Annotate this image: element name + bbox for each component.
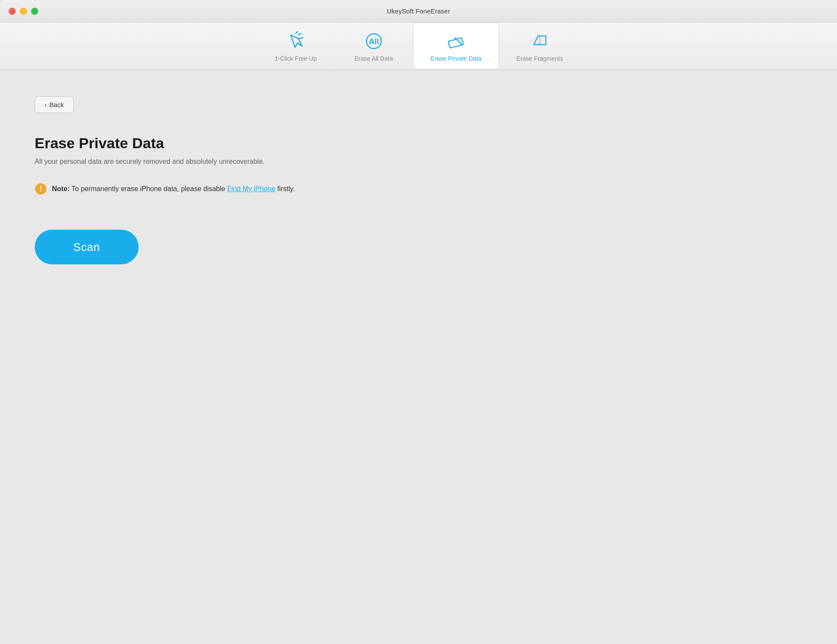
main-content: ‹ Back Erase Private Data All your perso… [0,70,837,644]
app-window: UkeySoft FoneEraser 1-Click Free Up [0,0,837,644]
note-prefix: Note: [52,185,70,192]
back-label: Back [49,101,64,108]
note-suffix: firstly. [276,185,295,192]
tab-erase-all-label: Erase All Data [354,55,393,62]
title-bar: UkeySoft FoneEraser [0,0,837,23]
window-title: UkeySoft FoneEraser [387,7,450,15]
back-button[interactable]: ‹ Back [35,96,74,113]
note-row: ! Note: To permanently erase iPhone data… [35,183,802,195]
tab-erase-private-label: Erase Private Data [431,55,482,62]
find-my-iphone-link[interactable]: Find My iPhone [227,185,275,192]
tab-one-click-label: 1-Click Free Up [275,55,317,62]
back-chevron: ‹ [45,101,47,108]
tab-erase-all-data[interactable]: All Erase All Data [335,23,413,70]
page-subtitle: All your personal data are securely remo… [35,158,802,166]
note-text: Note: To permanently erase iPhone data, … [52,185,295,193]
erase-private-icon [445,31,466,52]
svg-text:All: All [369,37,379,46]
minimize-button[interactable] [20,8,27,15]
scan-button[interactable]: Scan [35,230,139,264]
note-body: To permanently erase iPhone data, please… [70,185,227,192]
page-title: Erase Private Data [35,135,802,152]
maximize-button[interactable] [31,8,38,15]
tab-erase-fragments-label: Erase Fragments [516,55,563,62]
svg-text:!: ! [39,185,42,193]
tab-one-click-free-up[interactable]: 1-Click Free Up [257,23,335,70]
warning-icon: ! [35,183,47,195]
one-click-icon [285,31,306,52]
svg-line-1 [298,33,301,35]
erase-fragments-icon [529,31,550,52]
toolbar: 1-Click Free Up All Erase All Data Era [0,23,837,70]
erase-all-icon: All [363,31,384,52]
tab-erase-private-data[interactable]: Erase Private Data [413,23,500,70]
traffic-lights [9,8,38,15]
svg-line-0 [296,32,298,33]
close-button[interactable] [9,8,16,15]
tab-erase-fragments[interactable]: Erase Fragments [499,23,580,70]
svg-line-2 [299,38,303,39]
